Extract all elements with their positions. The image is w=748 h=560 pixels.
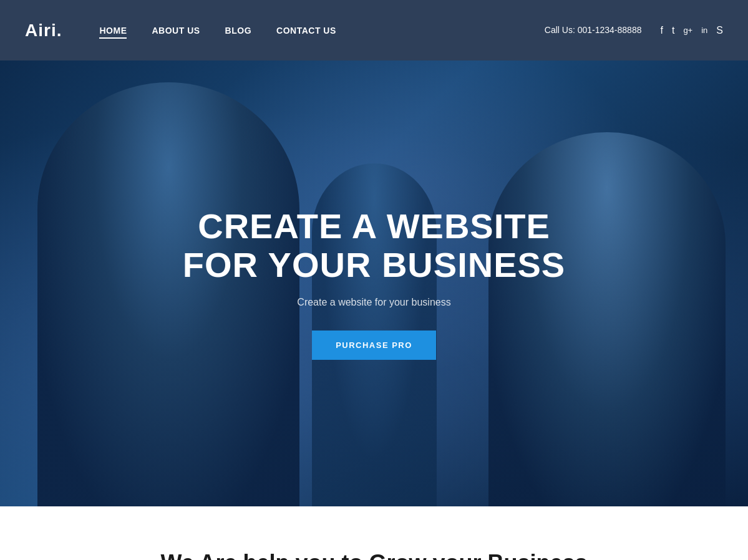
google-plus-icon[interactable]: g+ [683, 26, 692, 35]
hero-section: CREATE A WEBSITE FOR YOUR BUSINESS Creat… [0, 60, 748, 506]
nav-link-contact[interactable]: CONTACT US [276, 26, 336, 36]
hero-title-line1: CREATE A WEBSITE [198, 206, 550, 246]
hero-title-line2: FOR YOUR BUSINESS [183, 245, 565, 284]
nav-item-contact[interactable]: CONTACT US [276, 25, 336, 36]
navbar: Airi. HOME ABOUT US BLOG CONTACT US Call… [0, 0, 748, 60]
social-icons: f t g+ in S [660, 25, 723, 36]
grow-section: We Are help you to Grow your Business Ex… [0, 506, 748, 560]
twitter-icon[interactable]: t [672, 25, 674, 36]
facebook-icon[interactable]: f [660, 25, 663, 36]
purchase-pro-button[interactable]: PURCHASE PRO [312, 331, 436, 360]
hero-subtitle: Create a website for your business [183, 297, 565, 308]
skype-icon[interactable]: S [716, 25, 723, 36]
brand-logo[interactable]: Airi. [25, 21, 62, 41]
nav-link-home[interactable]: HOME [99, 26, 127, 39]
linkedin-icon[interactable]: in [701, 26, 707, 35]
nav-item-about[interactable]: ABOUT US [152, 25, 200, 36]
nav-item-home[interactable]: HOME [99, 25, 127, 36]
phone-number: Call Us: 001-1234-88888 [545, 24, 642, 37]
nav-link-blog[interactable]: BLOG [225, 26, 251, 36]
nav-links: HOME ABOUT US BLOG CONTACT US [99, 25, 544, 36]
grow-heading: We Are help you to Grow your Business [25, 550, 723, 560]
nav-item-blog[interactable]: BLOG [225, 25, 251, 36]
nav-link-about[interactable]: ABOUT US [152, 26, 200, 36]
hero-content: CREATE A WEBSITE FOR YOUR BUSINESS Creat… [183, 207, 565, 359]
hero-title: CREATE A WEBSITE FOR YOUR BUSINESS [183, 207, 565, 284]
